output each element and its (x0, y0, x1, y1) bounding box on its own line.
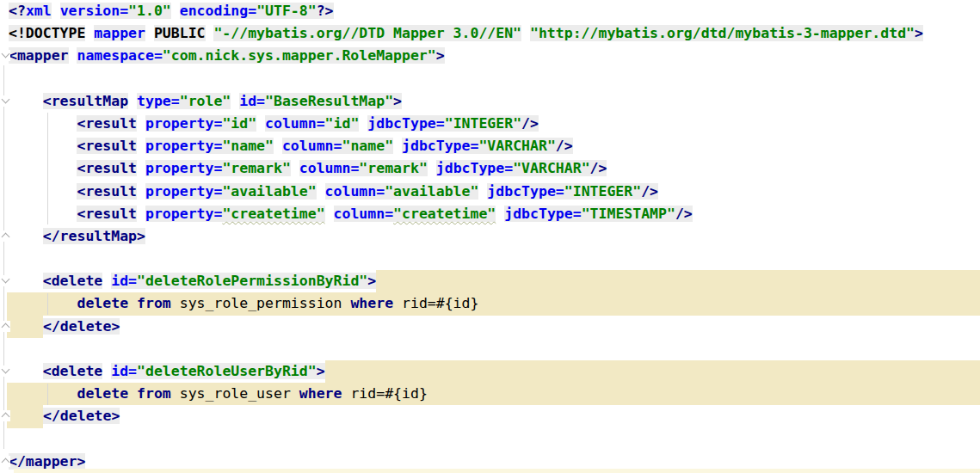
code-text: <result property="name" column="name" jd… (9, 135, 573, 157)
fold-marker[interactable] (1, 410, 10, 421)
token-chunk: namespace="com.nick.sys.mapper.RoleMappe… (77, 47, 444, 64)
code-line-17[interactable]: <delete id="deleteRoleUserByRid"> (0, 360, 980, 383)
token-chunk: sys_role_permission (180, 295, 342, 311)
token: jdbcType= (504, 206, 581, 222)
fold-marker[interactable] (1, 95, 10, 107)
token: mapper (94, 25, 145, 41)
token: /> (521, 115, 539, 132)
code-text: <result property="remark" column="remark… (9, 157, 607, 180)
code-lines: <?xml version="1.0" encoding="UTF-8"?><!… (0, 0, 980, 473)
token-chunk: </delete> (43, 408, 120, 424)
code-line-15[interactable]: </delete> (0, 316, 980, 338)
token-chunk: </delete> (43, 318, 120, 335)
token-chunk: id="deleteRoleUserByRid"> (111, 363, 324, 379)
fold-marker[interactable] (1, 366, 10, 377)
code-line-4[interactable] (0, 68, 980, 90)
token-chunk: <result (77, 115, 137, 132)
code-text: <delete id="deleteRolePermissionByRid"> (9, 270, 376, 292)
code-text: <!DOCTYPE mapper PUBLIC "-//mybatis.org/… (9, 22, 923, 45)
token: "VARCHAR" (478, 138, 555, 154)
token: delete (77, 295, 128, 311)
token-chunk: <delete (43, 363, 103, 379)
fold-chevron-up-icon (2, 458, 10, 466)
token: "VARCHAR" (513, 160, 589, 176)
token-chunk: jdbcType="VARCHAR"/> (402, 138, 573, 154)
token: "createtime" (222, 206, 324, 222)
token-chunk: id="BaseResultMap"> (239, 93, 402, 109)
token: from (137, 295, 171, 311)
fold-marker[interactable] (1, 321, 10, 332)
token: "TIMESTAMP" (582, 206, 675, 222)
token: /> (675, 206, 693, 222)
code-line-16[interactable] (0, 338, 980, 360)
token: rid=#{id} (350, 385, 427, 402)
token: <!DOCTYPE (9, 25, 85, 41)
token-chunk: column="createtime" (334, 206, 496, 222)
token: > (915, 25, 923, 41)
fold-marker[interactable] (1, 275, 10, 286)
code-text: <resultMap type="role" id="BaseResultMap… (9, 90, 402, 113)
code-line-13[interactable]: <delete id="deleteRolePermissionByRid"> (0, 270, 980, 292)
fold-marker[interactable] (1, 50, 10, 61)
token: version= (60, 3, 128, 19)
token: column= (334, 206, 394, 222)
token: "UTF-8" (256, 3, 317, 19)
code-line-14[interactable]: delete from sys_role_permission where ri… (0, 292, 980, 315)
token-chunk: "-//mybatis.org//DTD Mapper 3.0//EN" (213, 25, 521, 41)
token: "INTEGER" (445, 115, 521, 132)
token: "available" (222, 183, 316, 200)
sql-injection-highlight: delete from sys_role_permission where ri… (7, 292, 980, 315)
token: /> (556, 138, 573, 154)
xml-editor[interactable]: <?xml version="1.0" encoding="UTF-8"?><!… (0, 0, 980, 473)
code-text: </delete> (43, 316, 120, 338)
token-chunk: from (137, 385, 171, 402)
code-line-20[interactable] (0, 428, 980, 451)
token-chunk: jdbcType="INTEGER"/> (487, 183, 658, 200)
token: property= (145, 206, 222, 222)
token: "remark" (222, 160, 290, 176)
token: "remark" (359, 160, 427, 176)
token: /> (641, 183, 658, 200)
code-line-18[interactable]: delete from sys_role_user where rid=#{id… (0, 383, 980, 405)
token: <mapper (9, 47, 69, 64)
token-chunk: column="available" (325, 183, 479, 200)
token: <result (77, 115, 137, 132)
token: column= (282, 138, 342, 154)
fold-marker[interactable] (1, 456, 10, 467)
token-chunk: <delete (43, 273, 103, 289)
token: property= (145, 183, 222, 200)
code-text: <mapper namespace="com.nick.sys.mapper.R… (9, 45, 445, 67)
fold-chevron-down-icon (2, 50, 10, 58)
token: "-//mybatis.org//DTD Mapper 3.0//EN" (213, 25, 521, 41)
token: "1.0" (128, 3, 171, 19)
token: column= (265, 115, 325, 132)
token-chunk: <result (77, 160, 137, 176)
code-line-10[interactable]: <result property="createtime" column="cr… (0, 203, 980, 225)
sql-injection-highlight (7, 405, 43, 427)
token-chunk: <!DOCTYPE (9, 25, 85, 41)
code-line-5[interactable]: <resultMap type="role" id="BaseResultMap… (0, 90, 980, 113)
code-line-3[interactable]: <mapper namespace="com.nick.sys.mapper.R… (0, 45, 980, 67)
code-line-9[interactable]: <result property="available" column="ava… (0, 181, 980, 203)
sql-injection-highlight (376, 270, 980, 292)
code-line-6[interactable]: <result property="id" column="id" jdbcTy… (0, 113, 980, 135)
token: where (299, 385, 342, 402)
fold-chevron-down-icon (2, 366, 10, 374)
code-text: <result property="available" column="ava… (9, 181, 658, 203)
token: <result (77, 138, 137, 154)
code-line-7[interactable]: <result property="name" column="name" jd… (0, 135, 980, 157)
token-chunk: version="1.0" (60, 3, 171, 19)
code-line-8[interactable]: <result property="remark" column="remark… (0, 157, 980, 180)
code-line-11[interactable]: </resultMap> (0, 225, 980, 248)
token: "name" (342, 138, 393, 154)
code-line-19[interactable]: </delete> (0, 405, 980, 427)
fold-marker[interactable] (1, 230, 10, 242)
code-line-2[interactable]: <!DOCTYPE mapper PUBLIC "-//mybatis.org/… (0, 22, 980, 45)
token: "createtime" (393, 206, 496, 222)
code-line-12[interactable] (0, 248, 980, 270)
code-text: delete from sys_role_permission where ri… (9, 292, 478, 315)
token: jdbcType= (436, 160, 513, 176)
code-line-1[interactable]: <?xml version="1.0" encoding="UTF-8"?> (0, 0, 980, 22)
token: <result (77, 206, 137, 222)
token: id= (111, 273, 137, 289)
